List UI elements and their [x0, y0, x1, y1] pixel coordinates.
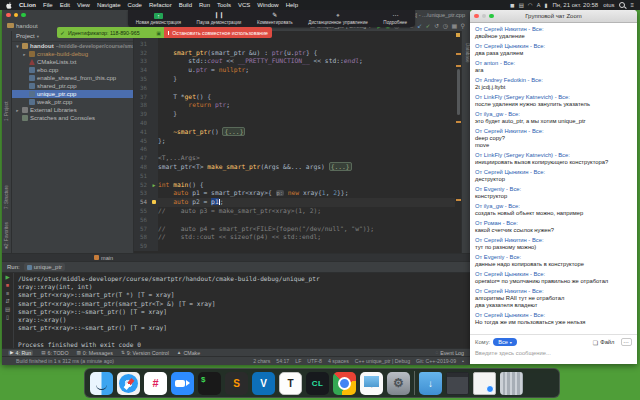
warning-stripe-mark[interactable]	[456, 65, 461, 67]
tool-window-button-cmake[interactable]: ▲CMake	[177, 350, 200, 356]
menu-clock[interactable]: Пн, 21 окт. 20:58	[552, 2, 598, 8]
git-revert-icon[interactable]: ↺	[434, 23, 439, 29]
minimize-button[interactable]	[482, 14, 487, 19]
dock-safari[interactable]	[117, 372, 140, 395]
menu-user[interactable]: otus	[603, 2, 614, 8]
code-line[interactable]: 57// auto p4 = smart_ptr<FILE>{fopen("/d…	[134, 225, 461, 234]
history-icon[interactable]: ◷	[443, 23, 448, 29]
tree-item-ebo-cpp[interactable]: ebo.cpp	[12, 66, 133, 74]
menu-item-vcs[interactable]: VCS	[238, 2, 250, 8]
code-line[interactable]: 38 return ptr;	[134, 101, 461, 110]
stop-share-button[interactable]: Остановить совместное использование	[164, 27, 272, 38]
zoom-toolbar-remote-control[interactable]: ⌖Дистанционное управление	[308, 12, 367, 25]
chat-header[interactable]: Групповой чат Zoom	[470, 10, 637, 23]
search-everywhere-icon[interactable]: ⚲	[461, 23, 465, 29]
code-line[interactable]: 54 auto p2 = p1;	[134, 198, 461, 207]
dock-minimized-window-light[interactable]	[473, 372, 496, 395]
tree-item-unique-ptr-cpp[interactable]: unique_ptr.cpp	[12, 90, 133, 98]
scrollbar-thumb[interactable]	[457, 69, 460, 115]
tree-item-cmakelists-txt[interactable]: CMakeLists.txt	[12, 58, 133, 66]
dock-sublime-text[interactable]: S	[225, 372, 248, 395]
scroll-to-end-icon[interactable]: ⇵	[5, 299, 10, 305]
git-update-icon[interactable]: ↙	[417, 23, 422, 29]
menu-item-code[interactable]: Code	[128, 2, 142, 8]
status-widget[interactable]: LF	[295, 358, 301, 364]
dock-system-preferences[interactable]: ⚙	[387, 372, 410, 395]
code-line[interactable]: 34 u.ptr = nullptr;	[134, 66, 461, 75]
menu-item-view[interactable]: View	[77, 2, 90, 8]
stop-icon[interactable]: ■	[6, 283, 9, 289]
tool-window-button-6-todo[interactable]: ▤6: TODO	[41, 350, 68, 356]
intention-bulb-icon[interactable]	[150, 198, 158, 207]
tool-window-button-9-version-control[interactable]: ⇅9: Version Control	[121, 350, 169, 356]
code-line[interactable]: 52▶int main() {	[134, 181, 461, 190]
code-line[interactable]: 39 }	[134, 110, 461, 119]
zoom-app-status-icon[interactable]: ◼	[510, 2, 515, 8]
fullscreen-button[interactable]	[489, 14, 494, 19]
code-line[interactable]: 45};	[134, 137, 461, 146]
tool-tab-database[interactable]: Database	[465, 43, 470, 63]
status-widget[interactable]: 2 chars	[253, 358, 270, 364]
display-icon[interactable]: ▤	[519, 2, 524, 8]
input-source-icon[interactable]: A	[537, 2, 541, 8]
dock-vscode[interactable]: V	[252, 372, 275, 395]
zoom-toolbar-more[interactable]: ⋯Подробнее	[383, 12, 407, 25]
dock-minimized-window-dark[interactable]	[446, 372, 469, 395]
dock-slack[interactable]: #	[144, 372, 167, 395]
status-widget[interactable]: 4 spaces	[328, 358, 349, 364]
menu-item-clion[interactable]: CLion	[19, 2, 36, 8]
code-line[interactable]: 47<T,...Args>	[134, 154, 461, 163]
minimize-button[interactable]	[14, 13, 19, 18]
breadcrumb[interactable]: main	[101, 255, 113, 261]
menu-item-help[interactable]: Help	[286, 2, 298, 8]
fullscreen-button[interactable]	[21, 13, 26, 18]
chat-message-input[interactable]: Введите здесь сообщение...	[475, 350, 632, 362]
dock-downloads-folder[interactable]: ↓	[419, 372, 442, 395]
favorites-star-icon[interactable]: ★	[4, 244, 8, 250]
notification-center-icon[interactable]: ≡	[630, 2, 634, 8]
run-gutter-icon[interactable]: ▶	[150, 181, 158, 190]
attach-file-button[interactable]: ❏ Файл	[593, 339, 615, 346]
battery-icon[interactable]: ▮	[544, 2, 547, 8]
inspection-status-icon[interactable]	[456, 33, 460, 37]
rerun-icon[interactable]: ▶	[5, 275, 9, 281]
menu-item-window[interactable]: Window	[257, 2, 278, 8]
git-commit-icon[interactable]: ✓	[426, 23, 431, 29]
recipient-select[interactable]: Все ▾	[493, 338, 517, 346]
code-line[interactable]: 41 ~smart_ptr() {...}	[134, 128, 461, 137]
wifi-icon[interactable]: ◠	[528, 2, 533, 8]
status-widget[interactable]: C++ unique_ptr | Debug	[355, 358, 410, 364]
status-widget[interactable]: UTF-8	[307, 358, 322, 364]
dock-terminal[interactable]: $	[198, 372, 221, 395]
warning-stripe-mark[interactable]	[456, 199, 461, 201]
zoom-toolbar-annotate[interactable]: ✎Комментировать	[257, 12, 293, 25]
tree-item-cmake-build-debug[interactable]: ▸cmake-build-debug	[12, 50, 133, 58]
tree-item-enable-shared-from-this-cpp[interactable]: enable_shared_from_this.cpp	[12, 74, 133, 82]
tree-item-shared-ptr-cpp[interactable]: shared_ptr.cpp	[12, 82, 133, 90]
tree-item-external-libraries[interactable]: ▸External Libraries	[12, 106, 133, 114]
code-line[interactable]: 36	[134, 84, 461, 93]
status-widget[interactable]: Git: C++-2019-09	[416, 358, 456, 364]
status-widget[interactable]: 54:17	[276, 358, 289, 364]
run-tab[interactable]: unique_ptr	[24, 263, 65, 271]
menu-item-file[interactable]: File	[43, 2, 53, 8]
warning-stripe-mark[interactable]	[456, 121, 461, 123]
run-console-output[interactable]: /Users/otus/middle-developer/course/smar…	[14, 273, 470, 350]
code-line[interactable]: 58// std::cout << sizeof(p4) << std::end…	[134, 233, 461, 242]
navigation-bar-item[interactable]: handout	[2, 23, 38, 29]
tool-tab-project[interactable]: 1: Project	[4, 102, 9, 121]
code-line[interactable]: 48smart_ptr<T> make_smart_ptr(Args &&...…	[134, 163, 461, 172]
dock-clion[interactable]: CL	[306, 372, 329, 395]
dock-finder[interactable]	[90, 372, 113, 395]
menu-item-build[interactable]: Build	[179, 2, 192, 8]
code-line[interactable]: 40	[134, 119, 461, 128]
menu-item-navigate[interactable]: Navigate	[97, 2, 121, 8]
menu-item-edit[interactable]: Edit	[60, 2, 70, 8]
event-log-button[interactable]: ◌Event Log	[435, 350, 464, 356]
zoom-toolbar-pause-share[interactable]: ❙❙Пауза демонстрации	[197, 12, 242, 25]
dock-zoom[interactable]	[171, 372, 194, 395]
chat-message-list[interactable]: От Сергей Никитин - Все:двойное удаление…	[470, 23, 637, 334]
tree-item-weak-ptr-cpp[interactable]: weak_ptr.cpp	[12, 98, 133, 106]
print-icon[interactable]: ▤	[5, 307, 10, 313]
code-editor[interactable]: 30 }3132 smart_ptr(smart_ptr &u) : ptr{u…	[134, 31, 461, 253]
